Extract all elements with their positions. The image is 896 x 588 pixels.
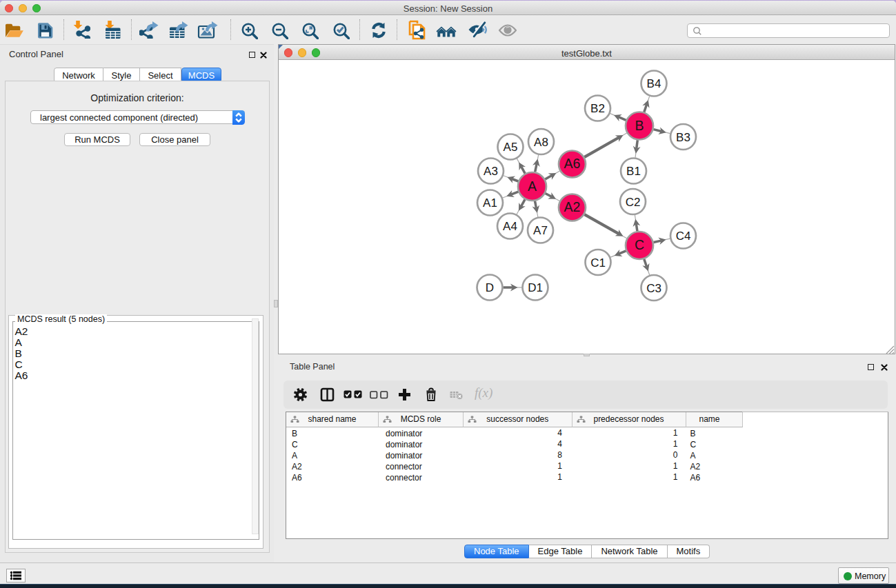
svg-text:C2: C2 (626, 195, 641, 208)
svg-text:A7: A7 (533, 224, 548, 237)
svg-text:C1: C1 (590, 256, 606, 269)
svg-text:C3: C3 (646, 281, 661, 294)
svg-text:B3: B3 (676, 130, 690, 143)
svg-text:D: D (486, 281, 494, 294)
svg-text:A5: A5 (504, 141, 518, 154)
svg-text:B1: B1 (626, 165, 641, 178)
svg-text:A: A (528, 178, 537, 193)
svg-text:A6: A6 (564, 156, 581, 171)
svg-text:A4: A4 (503, 220, 517, 233)
svg-text:B: B (635, 117, 644, 132)
svg-text:C4: C4 (676, 230, 691, 243)
svg-text:C: C (635, 237, 644, 252)
svg-text:A1: A1 (483, 196, 497, 210)
svg-text:A8: A8 (534, 135, 548, 148)
svg-text:B2: B2 (590, 102, 605, 115)
svg-text:D1: D1 (528, 281, 543, 294)
svg-text:A3: A3 (484, 165, 498, 178)
svg-text:A2: A2 (564, 199, 581, 214)
svg-text:B4: B4 (647, 77, 661, 90)
